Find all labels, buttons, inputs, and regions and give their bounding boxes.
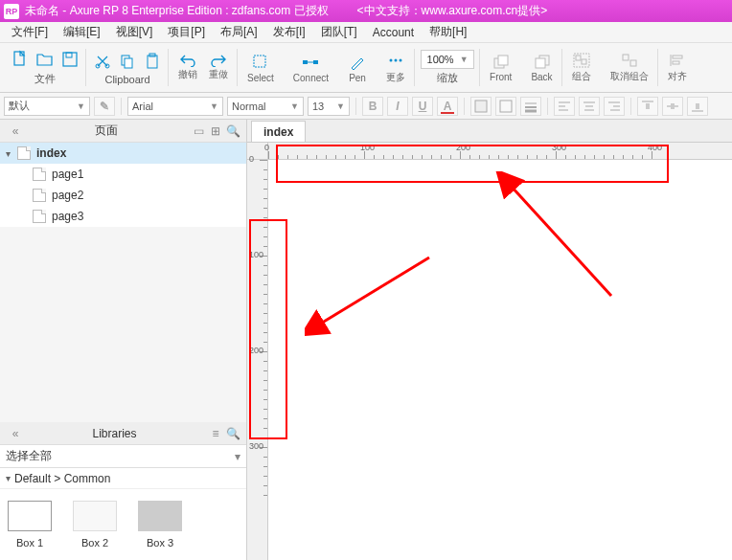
italic-button[interactable]: I bbox=[387, 97, 408, 116]
svg-rect-29 bbox=[500, 101, 512, 112]
annotation-rect-vruler bbox=[249, 219, 287, 439]
search-pages-icon[interactable]: 🔍 bbox=[225, 123, 240, 139]
align-button[interactable]: 对齐 bbox=[664, 52, 691, 83]
menu-account[interactable]: Account bbox=[365, 26, 422, 39]
style-paint-icon[interactable]: ✎ bbox=[94, 97, 115, 116]
menu-edit[interactable]: 编辑[E] bbox=[56, 24, 108, 40]
libraries-panel-header: « Libraries ≡ 🔍 bbox=[0, 422, 246, 445]
border-button[interactable] bbox=[495, 97, 516, 116]
pages-tree: ▾ index page1 page2 page3 bbox=[0, 143, 246, 227]
svg-point-14 bbox=[395, 59, 398, 62]
library-category[interactable]: ▾Default > Common bbox=[0, 468, 246, 489]
size-combo[interactable]: 13▼ bbox=[308, 97, 350, 116]
add-folder-icon[interactable]: ⊞ bbox=[208, 123, 223, 139]
tree-row-page1[interactable]: page1 bbox=[0, 164, 246, 185]
page-icon bbox=[33, 189, 46, 202]
font-combo[interactable]: Arial▼ bbox=[127, 97, 223, 116]
open-folder-icon[interactable] bbox=[34, 49, 56, 70]
svg-line-48 bbox=[511, 186, 611, 296]
svg-rect-47 bbox=[696, 103, 699, 109]
page-icon bbox=[17, 146, 31, 160]
border-width-button[interactable] bbox=[520, 97, 541, 116]
menu-team[interactable]: 团队[T] bbox=[313, 24, 365, 40]
undo-button[interactable]: 撤销 bbox=[174, 54, 201, 81]
panel-collapse-icon[interactable]: « bbox=[8, 123, 23, 139]
tree-row-index[interactable]: ▾ index bbox=[0, 143, 246, 164]
ungroup-button[interactable]: 取消组合 bbox=[606, 52, 652, 83]
select-tool[interactable]: Select bbox=[243, 53, 278, 83]
menu-arrange[interactable]: 布局[A] bbox=[213, 24, 265, 40]
annotation-arrow-vruler bbox=[305, 238, 439, 344]
app-logo-icon: RP bbox=[4, 4, 19, 19]
search-lib-icon[interactable]: 🔍 bbox=[225, 426, 240, 441]
window-title: 未命名 - Axure RP 8 Enterprise Edition : zd… bbox=[25, 3, 329, 19]
menu-project[interactable]: 项目[P] bbox=[160, 24, 213, 40]
fill-color-button[interactable] bbox=[470, 97, 492, 116]
front-button[interactable]: Front bbox=[486, 54, 515, 82]
lib-item-box1[interactable]: Box 1 bbox=[8, 501, 52, 549]
tree-row-page3[interactable]: page3 bbox=[0, 206, 246, 227]
bold-button[interactable]: B bbox=[362, 97, 383, 116]
support-text: <中文支持：www.axure.com.cn提供> bbox=[357, 3, 548, 19]
lib-menu-icon[interactable]: ≡ bbox=[208, 426, 223, 441]
align-center-button[interactable] bbox=[579, 97, 600, 116]
canvas-stage[interactable]: 0100200300400 0100200300 bbox=[247, 143, 732, 560]
canvas-tab-index[interactable]: index bbox=[251, 121, 306, 142]
style-combo[interactable]: 默认▼ bbox=[4, 97, 90, 116]
svg-line-49 bbox=[319, 258, 429, 325]
menu-publish[interactable]: 发布[I] bbox=[265, 24, 313, 40]
svg-rect-21 bbox=[576, 56, 581, 60]
tree-row-page2[interactable]: page2 bbox=[0, 185, 246, 206]
lib-item-box2[interactable]: Box 2 bbox=[73, 501, 117, 549]
svg-rect-6 bbox=[125, 58, 132, 68]
title-bar: RP 未命名 - Axure RP 8 Enterprise Edition :… bbox=[0, 0, 732, 22]
save-icon[interactable] bbox=[59, 49, 80, 70]
add-page-icon[interactable]: ▭ bbox=[191, 123, 206, 139]
group-button[interactable]: 组合 bbox=[568, 52, 595, 83]
menu-help[interactable]: 帮助[H] bbox=[422, 24, 474, 40]
page-icon bbox=[33, 210, 46, 223]
text-color-button[interactable]: A bbox=[437, 97, 458, 116]
left-panel: « 页面 ▭ ⊞ 🔍 ▾ index page1 page2 page3 « L… bbox=[0, 120, 247, 560]
lib-item-box3[interactable]: Box 3 bbox=[138, 501, 182, 549]
new-file-icon[interactable] bbox=[10, 49, 31, 70]
pages-panel-title: 页面 bbox=[23, 123, 189, 139]
svg-rect-45 bbox=[671, 103, 675, 109]
menu-bar: 文件[F] 编辑[E] 视图[V] 项目[P] 布局[A] 发布[I] 团队[T… bbox=[0, 22, 732, 43]
cut-icon[interactable] bbox=[92, 51, 113, 72]
menu-file[interactable]: 文件[F] bbox=[4, 24, 56, 40]
svg-point-13 bbox=[390, 59, 393, 62]
menu-view[interactable]: 视图[V] bbox=[108, 24, 161, 40]
underline-button[interactable]: U bbox=[412, 97, 433, 116]
back-button[interactable]: Back bbox=[527, 54, 556, 82]
svg-rect-27 bbox=[673, 61, 679, 64]
more-tools[interactable]: 更多 bbox=[382, 51, 409, 84]
align-left-button[interactable] bbox=[554, 97, 575, 116]
valign-middle-button[interactable] bbox=[662, 97, 683, 116]
panel-collapse-icon[interactable]: « bbox=[8, 426, 23, 441]
redo-button[interactable]: 重做 bbox=[205, 54, 232, 81]
svg-rect-23 bbox=[623, 55, 629, 60]
zoom-input[interactable]: 100%▼ bbox=[421, 50, 474, 69]
valign-bottom-button[interactable] bbox=[687, 97, 708, 116]
svg-rect-24 bbox=[630, 60, 636, 66]
annotation-arrow-hruler bbox=[487, 171, 630, 305]
valign-top-button[interactable] bbox=[637, 97, 658, 116]
paste-icon[interactable] bbox=[142, 51, 163, 72]
tree-chevron-icon[interactable]: ▾ bbox=[6, 148, 17, 159]
svg-rect-19 bbox=[536, 58, 545, 68]
copy-icon[interactable] bbox=[117, 51, 138, 72]
svg-rect-1 bbox=[63, 53, 77, 66]
toolbar: 文件 Clipboard 撤销 重做 Select Connect Pen 更多… bbox=[0, 43, 732, 93]
svg-point-15 bbox=[400, 59, 402, 62]
toolbar-file-label: 文件 bbox=[34, 72, 56, 86]
library-selector[interactable]: 选择全部▾ bbox=[0, 445, 246, 468]
align-right-button[interactable] bbox=[604, 97, 625, 116]
svg-rect-7 bbox=[148, 56, 157, 68]
canvas-area: index 0100200300400 0100200300 bbox=[247, 120, 732, 560]
library-items: Box 1 Box 2 Box 3 bbox=[0, 489, 246, 560]
svg-rect-28 bbox=[475, 101, 487, 112]
pen-tool[interactable]: Pen bbox=[344, 53, 371, 83]
weight-combo[interactable]: Normal▼ bbox=[227, 97, 304, 116]
connect-tool[interactable]: Connect bbox=[289, 53, 332, 83]
